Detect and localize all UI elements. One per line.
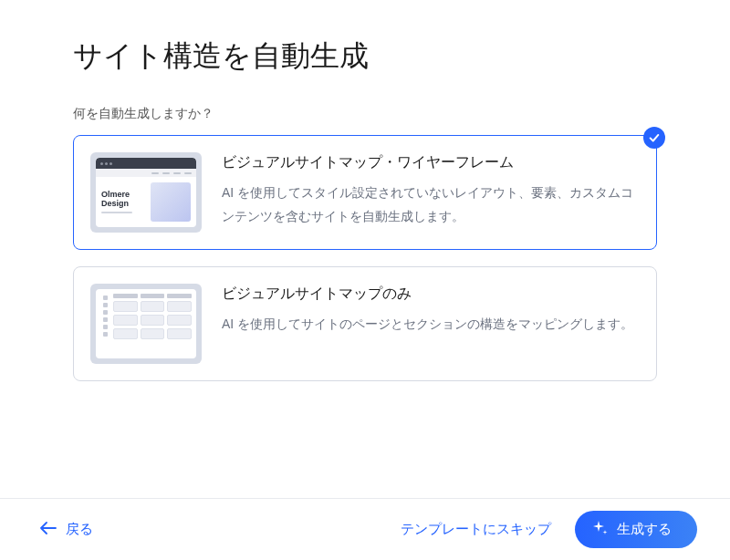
sparkle-icon bbox=[593, 521, 608, 538]
option-sitemap-desc: AI を使用してサイトのページとセクションの構造をマッピングします。 bbox=[222, 313, 638, 336]
arrow-left-icon bbox=[40, 522, 57, 537]
option-sitemap-thumb bbox=[90, 284, 202, 364]
generate-button[interactable]: 生成する bbox=[575, 511, 697, 548]
skip-link[interactable]: テンプレートにスキップ bbox=[401, 521, 551, 538]
footer-bar: 戻る テンプレートにスキップ 生成する bbox=[0, 498, 730, 560]
option-wireframe[interactable]: Olmere Design ビジュアルサイトマップ・ワイヤーフレーム AI を使… bbox=[73, 135, 657, 250]
prompt-label: 何を自動生成しますか？ bbox=[73, 106, 657, 122]
generate-button-label: 生成する bbox=[617, 521, 672, 538]
back-button[interactable]: 戻る bbox=[40, 521, 93, 538]
check-icon bbox=[643, 127, 665, 149]
option-wireframe-thumb: Olmere Design bbox=[90, 152, 202, 233]
option-wireframe-desc: AI を使用してスタイル設定されていないレイアウト、要素、カスタムコンテンツを含… bbox=[222, 181, 638, 227]
option-sitemap-title: ビジュアルサイトマップのみ bbox=[222, 284, 638, 304]
option-sitemap[interactable]: ビジュアルサイトマップのみ AI を使用してサイトのページとセクションの構造をマ… bbox=[73, 266, 657, 381]
thumb-brand-text: Olmere Design bbox=[101, 191, 145, 209]
option-list: Olmere Design ビジュアルサイトマップ・ワイヤーフレーム AI を使… bbox=[73, 135, 657, 381]
back-button-label: 戻る bbox=[66, 521, 93, 538]
option-wireframe-title: ビジュアルサイトマップ・ワイヤーフレーム bbox=[222, 152, 638, 172]
page-title: サイト構造を自動生成 bbox=[73, 36, 657, 77]
